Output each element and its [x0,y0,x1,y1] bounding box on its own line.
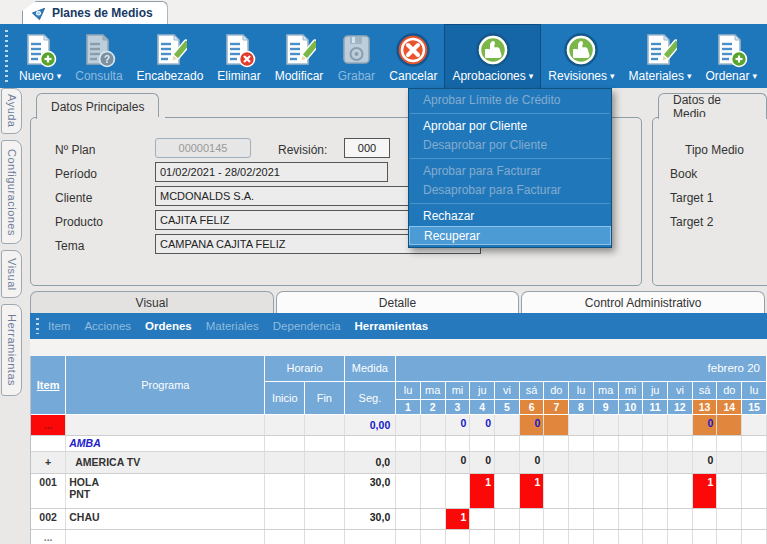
day-cell[interactable] [692,529,717,544]
toolbar-drag-handle[interactable] [5,30,8,82]
day-cell[interactable] [544,508,569,529]
day-cell[interactable] [717,473,742,508]
day-cell[interactable] [495,435,520,451]
spot-cell[interactable]: 1 [692,473,717,508]
day-cell[interactable] [420,473,445,508]
day-cell[interactable] [593,435,618,451]
programa-cell[interactable] [66,414,265,435]
expand-row-button[interactable]: + [31,451,66,473]
inicio-cell[interactable] [265,435,305,451]
day-cell[interactable] [445,435,470,451]
day-cell[interactable] [742,451,767,473]
item-number-cell[interactable]: 001 [31,473,66,508]
day-cell[interactable] [495,451,520,473]
view-tab-control-administrativo[interactable]: Control Administrativo [521,291,765,313]
sidebar-tab-ayuda[interactable]: Ayuda [1,88,22,134]
inicio-cell[interactable] [265,414,305,435]
day-cell[interactable] [742,435,767,451]
day-cell[interactable] [668,508,693,529]
toolbar-button-nuevo[interactable]: Nuevo▾ [12,24,68,88]
day-cell[interactable] [470,508,495,529]
toolbar-button-cancelar[interactable]: Cancelar [382,24,444,88]
day-cell[interactable] [445,529,470,544]
toolbar-button-materiales[interactable]: Materiales▾ [622,24,699,88]
menu-item-recuperar[interactable]: Recuperar [409,226,611,245]
day-total-cell[interactable] [717,414,742,435]
day-cell[interactable] [668,435,693,451]
day-cell[interactable] [668,473,693,508]
day-cell[interactable]: 0 [470,451,495,473]
day-cell[interactable] [569,435,594,451]
window-tab-planes-de-medios[interactable]: Planes de Medios [22,1,168,24]
inicio-cell[interactable] [265,529,305,544]
seg-cell[interactable] [344,529,396,544]
day-cell[interactable] [445,473,470,508]
grid-menu-ordenes[interactable]: Ordenes [145,320,192,332]
day-cell[interactable] [396,451,421,473]
day-cell[interactable] [544,529,569,544]
fin-cell[interactable] [305,435,344,451]
day-cell[interactable] [519,529,544,544]
day-cell[interactable] [470,435,495,451]
day-cell[interactable] [396,508,421,529]
day-cell[interactable] [618,435,643,451]
day-cell[interactable] [742,473,767,508]
fin-cell[interactable] [305,451,344,473]
group-name-cell[interactable]: AMBA [66,435,265,451]
day-cell[interactable] [495,508,520,529]
day-cell[interactable] [618,473,643,508]
spot-cell[interactable]: 1 [519,473,544,508]
day-cell[interactable] [643,435,668,451]
day-total-cell[interactable] [742,414,767,435]
sidebar-tab-visual[interactable]: Visual [1,250,22,298]
day-cell[interactable] [717,508,742,529]
inicio-cell[interactable] [265,451,305,473]
day-cell[interactable] [495,529,520,544]
datos-principales-tab[interactable]: Datos Principales [36,93,159,119]
fin-cell[interactable] [305,473,344,508]
revision-field[interactable]: 000 [344,138,390,158]
day-cell[interactable] [519,435,544,451]
day-cell[interactable] [593,451,618,473]
col-header-item[interactable]: Item [31,356,66,414]
spot-cell[interactable]: 1 [445,508,470,529]
menu-item-aprobar-por-cliente[interactable]: Aprobar por Cliente [409,117,611,136]
day-cell[interactable] [396,529,421,544]
day-cell[interactable] [569,473,594,508]
day-cell[interactable] [618,451,643,473]
day-cell[interactable] [569,451,594,473]
toolbar-button-eliminar[interactable]: Eliminar [210,24,267,88]
day-cell[interactable] [420,435,445,451]
day-cell[interactable] [544,451,569,473]
day-total-cell[interactable] [593,414,618,435]
day-cell[interactable] [593,473,618,508]
day-cell[interactable] [643,529,668,544]
day-cell[interactable] [742,508,767,529]
sidebar-tab-herramientas[interactable]: Herramientas [1,304,22,396]
day-cell[interactable] [544,473,569,508]
toolbar-button-revisiones[interactable]: Revisiones▾ [541,24,621,88]
view-tab-visual[interactable]: Visual [30,291,274,313]
day-cell[interactable] [643,508,668,529]
day-cell[interactable] [519,508,544,529]
day-cell[interactable]: 0 [519,451,544,473]
day-cell[interactable] [668,529,693,544]
day-cell[interactable] [396,473,421,508]
day-total-cell[interactable]: 0 [445,414,470,435]
day-cell[interactable] [569,508,594,529]
day-total-cell[interactable] [618,414,643,435]
nplan-field[interactable]: 00000145 [155,138,251,158]
day-cell[interactable] [420,529,445,544]
day-cell[interactable] [717,529,742,544]
day-cell[interactable] [717,435,742,451]
fin-cell[interactable] [305,508,344,529]
grid-toolbar-drag-handle[interactable] [36,318,39,334]
programa-cell[interactable] [66,529,265,544]
day-cell[interactable] [717,451,742,473]
day-cell[interactable] [618,508,643,529]
day-cell[interactable] [692,508,717,529]
day-total-cell[interactable] [396,414,421,435]
day-total-cell[interactable] [569,414,594,435]
day-cell[interactable] [544,435,569,451]
day-cell[interactable]: 0 [692,451,717,473]
